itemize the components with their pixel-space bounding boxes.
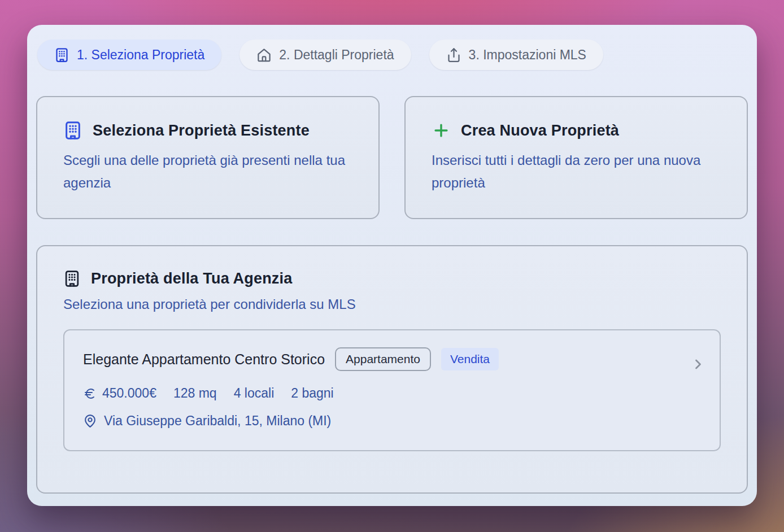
property-stats-row: 450.000€ 128 mq 4 locali 2 bagni [83, 386, 703, 401]
step-tabs: 1. Seleziona Proprietà 2. Dettagli Propr… [36, 40, 748, 70]
chevron-right-icon[interactable] [690, 356, 706, 372]
tab-impostazioni-mls[interactable]: 3. Impostazioni MLS [429, 40, 603, 70]
map-pin-icon [83, 414, 97, 428]
rooms-stat: 4 locali [234, 386, 275, 401]
agency-properties-section: Proprietà della Tua Agenzia Seleziona un… [36, 245, 748, 494]
plus-icon [432, 121, 451, 140]
option-card-title: Seleziona Proprietà Esistente [93, 122, 310, 139]
section-title: Proprietà della Tua Agenzia [91, 270, 292, 287]
mls-wizard-panel: 1. Seleziona Proprietà 2. Dettagli Propr… [27, 25, 757, 506]
tab-seleziona-proprieta[interactable]: 1. Seleziona Proprietà [37, 40, 221, 70]
share-icon [446, 47, 461, 63]
option-card-description: Scegli una delle proprietà già presenti … [63, 149, 352, 194]
building-icon [54, 47, 69, 63]
property-list-item[interactable]: Elegante Appartamento Centro Storico App… [63, 329, 721, 451]
option-card-description: Inserisci tutti i dettagli da zero per u… [432, 149, 721, 194]
tab-label: 1. Seleziona Proprietà [77, 47, 204, 63]
building-icon [63, 121, 82, 140]
property-address-row: Via Giuseppe Garibaldi, 15, Milano (MI) [83, 413, 703, 429]
size-stat: 128 mq [173, 386, 217, 401]
create-new-property-card[interactable]: Crea Nuova Proprietà Inserisci tutti i d… [404, 96, 748, 219]
price-stat: 450.000€ [83, 386, 156, 401]
tab-label: 2. Dettagli Proprietà [279, 47, 394, 63]
home-icon [256, 47, 272, 63]
property-status-badge: Vendita [441, 348, 499, 370]
property-address: Via Giuseppe Garibaldi, 15, Milano (MI) [104, 413, 331, 429]
option-card-title: Crea Nuova Proprietà [461, 122, 619, 139]
option-cards-row: Seleziona Proprietà Esistente Scegli una… [36, 96, 748, 219]
select-existing-property-card[interactable]: Seleziona Proprietà Esistente Scegli una… [36, 96, 380, 219]
building-icon [63, 270, 81, 287]
tab-label: 3. Impostazioni MLS [469, 47, 586, 63]
property-type-badge: Appartamento [335, 347, 431, 371]
baths-stat: 2 bagni [291, 386, 333, 401]
euro-icon [83, 387, 97, 400]
property-price: 450.000€ [102, 386, 156, 401]
tab-dettagli-proprieta[interactable]: 2. Dettagli Proprietà [239, 40, 411, 70]
section-subtitle: Seleziona una proprietà per condividerla… [63, 296, 721, 312]
property-name: Elegante Appartamento Centro Storico [83, 351, 325, 368]
